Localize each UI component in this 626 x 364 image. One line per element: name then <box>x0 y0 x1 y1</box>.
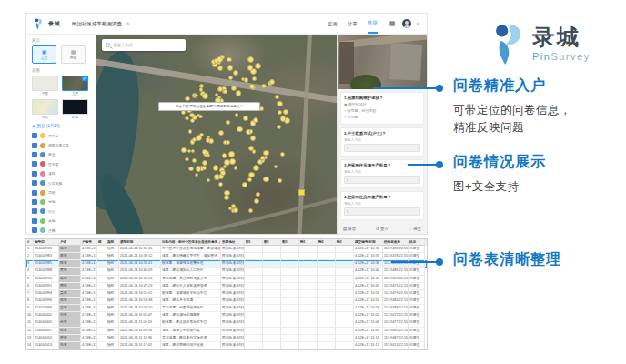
survey-point[interactable] <box>188 167 194 172</box>
layer-item[interactable]: 停车场 <box>32 131 90 140</box>
layer-item[interactable]: 道路 <box>32 169 90 178</box>
survey-point[interactable] <box>248 208 253 213</box>
layer-checkbox-icon[interactable] <box>32 152 37 157</box>
map-search-box[interactable]: 请输入内容 <box>102 39 186 51</box>
survey-point[interactable] <box>194 94 198 98</box>
survey-point[interactable] <box>264 156 268 160</box>
survey-point[interactable] <box>277 125 281 129</box>
survey-point[interactable] <box>252 76 257 82</box>
layer-item[interactable]: 绿地 <box>32 197 90 207</box>
layer-item[interactable]: 调查问卷信息 <box>32 140 90 149</box>
survey-point[interactable] <box>274 165 278 168</box>
survey-point[interactable] <box>228 76 234 81</box>
survey-point[interactable] <box>196 166 201 171</box>
survey-point[interactable] <box>249 129 254 134</box>
basemap-thumb[interactable]: 卫星 <box>62 76 88 96</box>
basemap-thumb[interactable]: 街道 <box>32 99 58 119</box>
table-row[interactable]: 6214043991周宅4.53E+17独栋2021-06-24 10:47:2… <box>26 283 427 290</box>
survey-point[interactable] <box>202 160 207 166</box>
answer-input[interactable]: 1 <box>344 176 420 184</box>
survey-point[interactable] <box>280 152 285 157</box>
survey-point[interactable] <box>192 158 197 163</box>
display-mode-active[interactable]: ▣点位 <box>32 46 56 64</box>
survey-point[interactable] <box>250 136 256 141</box>
table-row[interactable]: 7214043994吴宅4.53E+17独栋2021-06-24 10:51:0… <box>26 290 427 298</box>
layer-item[interactable]: 住宅楼 <box>32 159 90 168</box>
survey-point[interactable] <box>277 101 283 107</box>
table-row[interactable]: 2214043983李宅4.53E+17独栋2021-06-24 10:33:1… <box>26 253 427 260</box>
layer-item[interactable]: 注释 <box>32 226 90 234</box>
survey-point[interactable] <box>252 149 257 154</box>
form-action-button[interactable]: ↺ 重置 <box>376 227 389 231</box>
table-row[interactable]: 13214044010孙宅4.53E+17独栋2021-06-24 11:13:… <box>26 335 427 342</box>
survey-point[interactable] <box>229 158 236 165</box>
table-row[interactable]: 10214044002刘宅4.53E+17独栋2021-06-24 11:02:… <box>26 312 427 319</box>
layer-checkbox-icon[interactable] <box>32 133 37 138</box>
survey-point[interactable] <box>278 110 282 115</box>
survey-point[interactable] <box>198 115 203 119</box>
table-row[interactable]: 1214043982杨宅4.53E+17独栋2021-06-24 10:31:0… <box>26 246 427 253</box>
radio-option[interactable]: ○ 不完整 <box>344 115 420 121</box>
survey-point[interactable] <box>213 165 219 171</box>
display-mode-option[interactable]: ▦网格 <box>61 46 86 64</box>
survey-point[interactable] <box>228 151 235 157</box>
survey-point[interactable] <box>263 150 269 157</box>
survey-point[interactable] <box>263 177 269 183</box>
survey-point[interactable] <box>269 79 275 85</box>
survey-point[interactable] <box>207 178 210 182</box>
chevron-down-icon[interactable]: ∨ <box>416 21 419 26</box>
answer-input[interactable]: 1 <box>344 144 420 152</box>
survey-point[interactable] <box>261 159 266 164</box>
survey-point[interactable] <box>280 116 286 121</box>
app-nav-item[interactable]: 分享 <box>348 14 358 34</box>
survey-point[interactable] <box>218 130 224 136</box>
table-row[interactable]: 11214044005张宅4.53E+17独栋2021-06-24 11:06:… <box>26 319 427 327</box>
survey-point[interactable] <box>247 56 254 63</box>
survey-point[interactable] <box>226 120 230 125</box>
survey-point[interactable] <box>233 207 238 213</box>
survey-point[interactable] <box>227 57 232 63</box>
layer-checkbox-icon[interactable] <box>32 143 37 148</box>
survey-point[interactable] <box>243 116 248 121</box>
form-action-button[interactable]: → 提交 <box>409 227 421 231</box>
layer-item[interactable]: 商业 <box>32 150 90 159</box>
answer-input[interactable]: 1 <box>344 207 420 216</box>
survey-point[interactable] <box>261 84 267 89</box>
survey-point[interactable] <box>185 96 189 101</box>
basemap-thumb[interactable]: 平面 <box>32 76 58 96</box>
layer-item[interactable]: 学校 <box>32 187 90 197</box>
survey-point[interactable] <box>199 133 204 137</box>
table-row[interactable]: 14214044013马宅4.53E+17独栋2021-06-24 11:17:… <box>26 342 427 349</box>
survey-point[interactable] <box>218 182 223 187</box>
form-action-button[interactable]: ▤ 保存 <box>343 227 356 231</box>
layer-checkbox-icon[interactable] <box>32 171 37 177</box>
survey-point[interactable] <box>222 153 227 158</box>
survey-point[interactable] <box>237 126 243 133</box>
survey-point[interactable] <box>242 182 247 187</box>
survey-point[interactable] <box>223 89 227 94</box>
survey-point[interactable] <box>181 147 187 153</box>
survey-point[interactable] <box>241 77 245 81</box>
survey-point[interactable] <box>253 165 259 171</box>
survey-point[interactable] <box>254 198 259 204</box>
table-row[interactable]: 3214043985陈宅4.53E+17独栋2021-06-24 10:36:4… <box>26 260 427 268</box>
user-avatar[interactable] <box>402 19 411 28</box>
survey-point[interactable] <box>202 93 208 99</box>
survey-point[interactable] <box>217 56 223 63</box>
apps-grid-icon[interactable]: ▦ <box>389 20 396 27</box>
layer-checkbox-icon[interactable] <box>32 218 37 224</box>
survey-point[interactable] <box>185 116 189 121</box>
survey-point[interactable] <box>249 84 254 88</box>
survey-point[interactable] <box>278 178 282 183</box>
survey-point[interactable] <box>228 207 232 210</box>
app-nav-item[interactable]: 监测 <box>328 14 338 34</box>
table-row[interactable]: 12214044007徐宅4.53E+17独栋2021-06-24 11:09:… <box>26 328 427 335</box>
layer-checkbox-icon[interactable] <box>32 208 37 214</box>
survey-point[interactable] <box>233 70 238 76</box>
layer-checkbox-icon[interactable] <box>32 161 37 167</box>
layer-checkbox-icon[interactable] <box>32 180 37 186</box>
survey-point[interactable] <box>224 159 230 166</box>
layer-checkbox-icon[interactable] <box>32 190 37 196</box>
survey-point[interactable] <box>283 109 288 115</box>
survey-point[interactable] <box>236 90 241 96</box>
